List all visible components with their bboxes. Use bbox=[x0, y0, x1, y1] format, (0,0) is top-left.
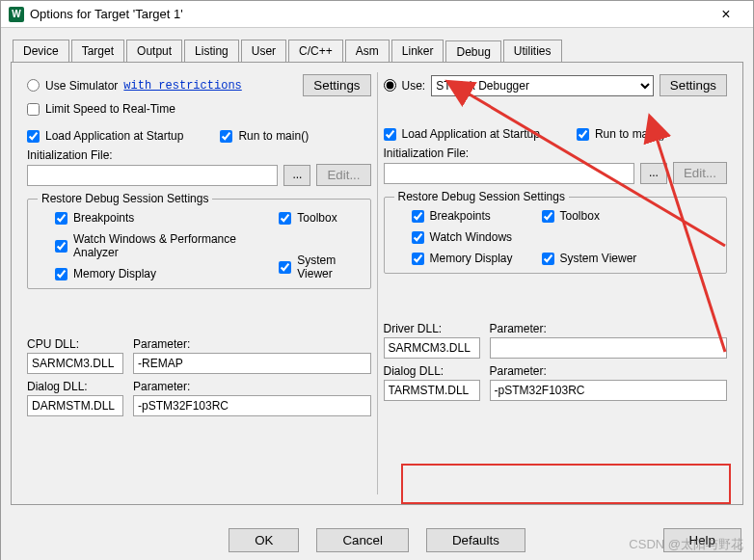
edit-button-left[interactable]: Edit... bbox=[316, 164, 370, 186]
checkbox-memory-right[interactable]: Memory Display bbox=[412, 252, 513, 265]
checkbox-run-main-left[interactable]: Run to main() bbox=[220, 129, 309, 143]
settings-button-left[interactable]: Settings bbox=[303, 74, 370, 96]
driver-dll-label: Driver DLL: bbox=[384, 322, 480, 335]
run-main-label-left: Run to main() bbox=[238, 129, 309, 143]
dialog-dll-label-left: Dialog DLL: bbox=[27, 380, 123, 393]
tab-target[interactable]: Target bbox=[71, 40, 124, 62]
radio-use-debugger[interactable]: Use: bbox=[384, 79, 426, 93]
tab-device[interactable]: Device bbox=[13, 40, 69, 62]
checkbox-toolbox-left[interactable]: Toolbox bbox=[279, 211, 360, 225]
use-simulator-label: Use Simulator bbox=[45, 79, 118, 93]
defaults-button[interactable]: Defaults bbox=[426, 528, 525, 552]
dialog-dll-input-right[interactable] bbox=[384, 380, 480, 401]
checkbox-load-app-right[interactable]: Load Application at Startup bbox=[384, 127, 540, 141]
dialog-dll-label-right: Dialog DLL: bbox=[384, 364, 480, 378]
cpu-dll-label: CPU DLL: bbox=[27, 337, 123, 351]
checkbox-limit-speed[interactable]: Limit Speed to Real-Time bbox=[27, 102, 175, 116]
dialog-param-input-right[interactable] bbox=[490, 380, 728, 401]
close-icon[interactable]: × bbox=[707, 6, 745, 23]
tab-linker[interactable]: Linker bbox=[391, 40, 444, 62]
run-main-label-right: Run to main() bbox=[595, 127, 665, 141]
titlebar: W Options for Target 'Target 1' × bbox=[1, 1, 753, 28]
tab-user[interactable]: User bbox=[241, 40, 286, 62]
limit-speed-label: Limit Speed to Real-Time bbox=[45, 102, 175, 116]
edit-button-right[interactable]: Edit... bbox=[673, 162, 727, 184]
driver-dll-input[interactable] bbox=[384, 337, 480, 359]
window-title: Options for Target 'Target 1' bbox=[30, 7, 707, 21]
init-file-input-right[interactable] bbox=[384, 163, 634, 184]
browse-button-left[interactable]: ... bbox=[283, 165, 310, 186]
group-restore-right: Restore Debug Session Settings Breakpoin… bbox=[384, 190, 728, 274]
watermark: CSDN @太阳与野花 bbox=[629, 536, 743, 553]
checkbox-watch-left[interactable]: Watch Windows & Performance Analyzer bbox=[55, 232, 250, 259]
restore-legend-left: Restore Debug Session Settings bbox=[38, 192, 212, 205]
checkbox-sysview-left[interactable]: System Viewer bbox=[279, 253, 360, 280]
tab-listing[interactable]: Listing bbox=[184, 40, 239, 62]
use-label: Use: bbox=[402, 79, 426, 93]
app-icon: W bbox=[9, 7, 24, 22]
cpu-dll-input[interactable] bbox=[27, 353, 123, 374]
dialog-param-label-left: Parameter: bbox=[133, 380, 371, 393]
tab-debug[interactable]: Debug bbox=[445, 40, 500, 63]
ok-button[interactable]: OK bbox=[229, 528, 299, 552]
init-file-label-left: Initialization File: bbox=[27, 148, 371, 162]
checkbox-memory-left[interactable]: Memory Display bbox=[55, 267, 250, 280]
tab-asm[interactable]: Asm bbox=[345, 40, 390, 62]
tab-output[interactable]: Output bbox=[126, 40, 182, 62]
driver-param-label: Parameter: bbox=[490, 322, 728, 335]
load-app-label-right: Load Application at Startup bbox=[402, 127, 540, 141]
dialog-dll-input-left[interactable] bbox=[27, 395, 123, 416]
browse-button-right[interactable]: ... bbox=[640, 163, 667, 184]
cpu-param-label: Parameter: bbox=[133, 337, 371, 351]
checkbox-load-app-left[interactable]: Load Application at Startup bbox=[27, 129, 183, 143]
driver-param-input[interactable] bbox=[490, 337, 728, 359]
restore-legend-right: Restore Debug Session Settings bbox=[394, 190, 569, 203]
checkbox-toolbox-right[interactable]: Toolbox bbox=[542, 209, 637, 223]
checkbox-breakpoints-right[interactable]: Breakpoints bbox=[412, 209, 513, 223]
cancel-button[interactable]: Cancel bbox=[316, 528, 409, 552]
tab-utilities[interactable]: Utilities bbox=[503, 40, 562, 62]
debugger-select[interactable]: ST-Link Debugger bbox=[431, 75, 654, 96]
dialog-param-input-left[interactable] bbox=[133, 395, 371, 416]
settings-button-right[interactable]: Settings bbox=[660, 74, 727, 96]
tab-panel-debug: Use Simulator with restrictions Settings… bbox=[11, 62, 743, 505]
group-restore-left: Restore Debug Session Settings Breakpoin… bbox=[27, 192, 371, 289]
tab-bar: Device Target Output Listing User C/C++ … bbox=[11, 40, 743, 62]
init-file-input-left[interactable] bbox=[27, 165, 278, 186]
tab-ccpp[interactable]: C/C++ bbox=[288, 40, 343, 62]
load-app-label-left: Load Application at Startup bbox=[45, 129, 183, 143]
link-with-restrictions[interactable]: with restrictions bbox=[123, 79, 241, 93]
dialog-param-label-right: Parameter: bbox=[490, 364, 728, 378]
checkbox-run-main-right[interactable]: Run to main() bbox=[577, 127, 665, 141]
checkbox-sysview-right[interactable]: System Viewer bbox=[542, 252, 637, 265]
checkbox-watch-right[interactable]: Watch Windows bbox=[412, 230, 513, 244]
checkbox-breakpoints-left[interactable]: Breakpoints bbox=[55, 211, 250, 225]
cpu-param-input[interactable] bbox=[133, 353, 371, 374]
init-file-label-right: Initialization File: bbox=[384, 147, 728, 160]
radio-use-simulator[interactable]: Use Simulator bbox=[27, 79, 118, 93]
